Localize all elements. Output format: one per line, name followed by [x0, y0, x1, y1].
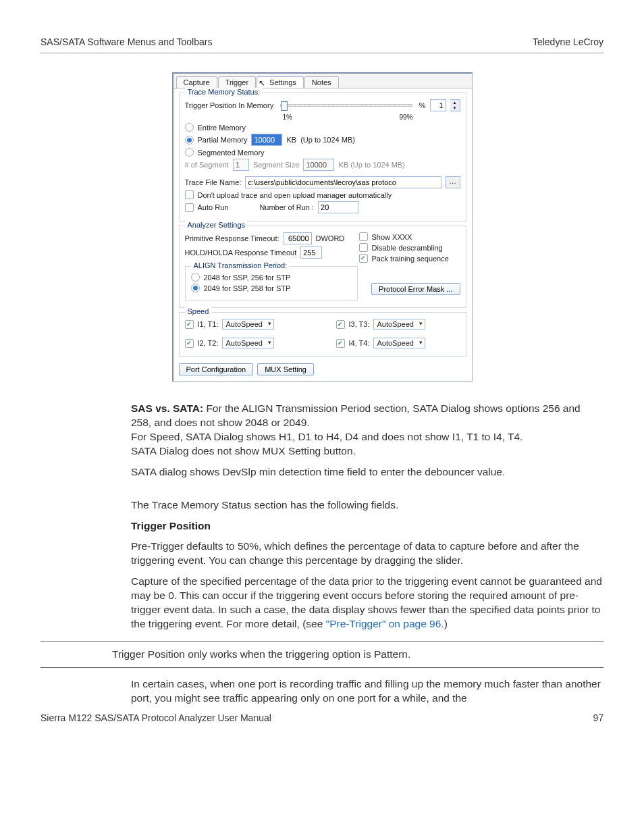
p2: SATA dialog shows DevSlp min detection t…	[131, 465, 603, 479]
p1b: For Speed, SATA Dialog shows H1, D1 to H…	[131, 431, 522, 442]
seg-size-label: Segment Size	[253, 161, 299, 169]
entire-memory-label: Entire Memory	[198, 124, 246, 132]
dword-label: DWORD	[316, 234, 345, 242]
auto-run-checkbox[interactable]	[185, 203, 194, 212]
pct-spinner[interactable]: ▲ ▼	[450, 99, 460, 111]
analyzer-group: Analyzer Settings Primitive Response Tim…	[179, 226, 466, 308]
i3-speed-select[interactable]: AutoSpeed	[373, 319, 425, 330]
prim-timeout-label: Primitive Response Timeout:	[185, 234, 279, 242]
pack-train-label: Pack training sequence	[372, 255, 449, 263]
seg-size-input	[303, 159, 334, 171]
no-upload-checkbox[interactable]	[185, 190, 194, 199]
tab-settings[interactable]: ↖ Settings	[257, 76, 304, 88]
i2-speed-select[interactable]: AutoSpeed	[222, 338, 273, 348]
trigger-pos-label: Trigger Position In Memory	[185, 101, 274, 109]
holda-label: HOLD/HOLDA Response Timeout	[185, 249, 297, 257]
holda-input[interactable]	[300, 246, 322, 259]
kb-label: KB	[286, 136, 296, 144]
heading-trigger-position: Trigger Position	[131, 520, 211, 531]
i1-checkbox[interactable]	[185, 320, 194, 329]
mux-setting-button[interactable]: MUX Setting	[257, 363, 314, 375]
disable-descr-label: Disable descrambling	[372, 244, 443, 252]
segmented-memory-label: Segmented Memory	[198, 149, 265, 157]
segmented-memory-radio[interactable]	[185, 148, 194, 157]
partial-memory-input[interactable]	[251, 134, 282, 146]
kb-hint: (Up to 1024 MB)	[300, 136, 355, 144]
align-2049-label: 2049 for SSP, 258 for STP	[204, 284, 291, 292]
i1-speed-select[interactable]: AutoSpeed	[222, 319, 273, 330]
pct-symbol: %	[419, 101, 426, 109]
show-xxxx-label: Show XXXX	[372, 233, 412, 241]
body-text-2: In certain cases, when one port is recor…	[131, 677, 603, 706]
browse-button[interactable]: …	[446, 176, 460, 188]
i4-checkbox[interactable]	[336, 339, 345, 348]
para-sas-vs-sata: SAS vs. SATA: For the ALIGN Transmission…	[131, 402, 603, 459]
prim-timeout-input[interactable]	[284, 232, 312, 244]
p4: Pre-Trigger defaults to 50%, which defin…	[131, 540, 603, 568]
show-xxxx-checkbox[interactable]	[359, 232, 368, 241]
auto-run-label: Auto Run	[198, 203, 229, 211]
p3: The Trace Memory Status section has the …	[131, 498, 603, 513]
tab-row: Capture Trigger ↖ Settings Notes	[173, 74, 472, 88]
align-2049-radio[interactable]	[191, 284, 200, 292]
i4-label: I4, T4:	[349, 339, 370, 347]
seg-count-input	[233, 159, 249, 171]
running-head-left: SAS/SATA Software Menus and Toolbars	[41, 36, 212, 47]
tab-notes[interactable]: Notes	[304, 76, 339, 88]
pack-train-checkbox[interactable]	[359, 254, 368, 263]
running-head-right: Teledyne LeCroy	[533, 36, 603, 47]
i2-label: I2, T2:	[198, 339, 219, 347]
p5b: )	[444, 618, 448, 629]
no-upload-label: Don't upload trace and open upload manag…	[198, 191, 392, 199]
entire-memory-radio[interactable]	[185, 123, 194, 132]
note-band: Trigger Position only works when the tri…	[41, 641, 603, 668]
num-run-label: Number of Run :	[259, 203, 314, 211]
analyzer-legend: Analyzer Settings	[185, 221, 248, 229]
trace-memory-legend: Trace Memory Status:	[185, 88, 263, 96]
speed-legend: Speed	[185, 307, 212, 315]
body-text: SAS vs. SATA: For the ALIGN Transmission…	[131, 402, 603, 631]
pct-value-input[interactable]	[430, 99, 446, 111]
trace-memory-group: Trace Memory Status: Trigger Position In…	[179, 93, 466, 221]
note-text: Trigger Position only works when the tri…	[112, 648, 410, 660]
proto-error-mask-button[interactable]: Protocol Error Mask ...	[371, 283, 460, 295]
settings-dialog: Capture Trigger ↖ Settings Notes Trace M…	[172, 72, 473, 382]
i1-label: I1, T1:	[198, 320, 219, 328]
pretrigger-link[interactable]: "Pre-Trigger" on page 96.	[326, 618, 444, 629]
cursor-icon: ↖	[259, 78, 265, 88]
i3-checkbox[interactable]	[336, 320, 345, 329]
i4-speed-select[interactable]: AutoSpeed	[373, 338, 425, 348]
p6: In certain cases, when one port is recor…	[131, 677, 603, 706]
spin-up-icon[interactable]: ▲	[450, 100, 460, 105]
footer-left: Sierra M122 SAS/SATA Protocol Analyzer U…	[41, 712, 271, 723]
num-run-input[interactable]	[318, 201, 358, 213]
trigger-pos-slider[interactable]	[280, 104, 412, 107]
p5: Capture of the specified percentage of t…	[131, 575, 603, 631]
p1c: SATA Dialog does not show MUX Setting bu…	[131, 445, 356, 457]
partial-memory-label: Partial Memory	[198, 136, 248, 144]
sas-vs-sata-lead: SAS vs. SATA:	[131, 402, 206, 414]
slider-thumb-icon[interactable]	[281, 101, 288, 111]
port-config-button[interactable]: Port Configuration	[179, 363, 254, 375]
i3-label: I3, T3:	[349, 320, 370, 328]
tab-trigger[interactable]: Trigger	[218, 76, 256, 88]
speed-group: Speed I1, T1: AutoSpeed I3, T3: AutoSpee…	[179, 312, 466, 357]
align-legend: ALIGN Transmission Period:	[191, 261, 290, 269]
seg-hint: KB (Up to 1024 MB)	[338, 161, 404, 169]
tab-settings-label: Settings	[269, 78, 296, 86]
i2-checkbox[interactable]	[185, 339, 194, 348]
partial-memory-radio[interactable]	[185, 136, 194, 145]
spin-down-icon[interactable]: ▼	[450, 105, 460, 111]
slider-high-label: 99%	[399, 113, 412, 121]
footer-page-number: 97	[593, 712, 603, 723]
align-2048-label: 2048 for SSP, 256 for STP	[204, 273, 291, 282]
align-2048-radio[interactable]	[191, 273, 200, 282]
seg-count-label: # of Segment	[185, 161, 229, 169]
disable-descr-checkbox[interactable]	[359, 243, 368, 252]
trace-file-label: Trace File Name:	[185, 178, 242, 186]
slider-low-label: 1%	[283, 113, 292, 121]
trace-file-input[interactable]	[245, 176, 441, 188]
tab-capture[interactable]: Capture	[176, 76, 217, 88]
